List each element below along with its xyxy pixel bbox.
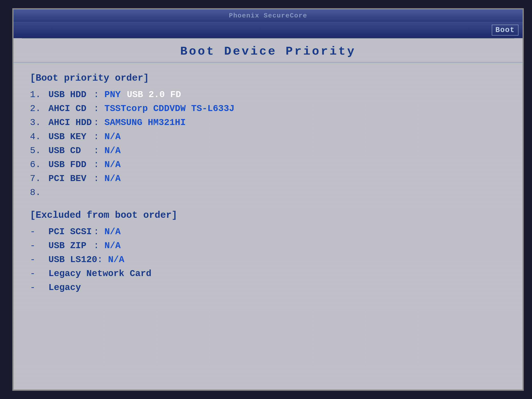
boot-item-extra: USB 2.0 FD	[127, 88, 181, 101]
boot-item-colon: :	[94, 115, 104, 129]
boot-item-type: USB KEY	[48, 130, 94, 144]
boot-item-colon: :	[94, 88, 104, 101]
excluded-item-colon: :	[97, 253, 108, 267]
content-area: [Boot priority order] 1. USB HDD : PNY U…	[13, 63, 523, 305]
bios-title: Phoenix SecureCore	[229, 12, 307, 19]
boot-item-type: USB HDD	[48, 88, 94, 101]
boot-item-num: 6.	[30, 158, 48, 171]
page-title: Boot Device Priority	[13, 45, 523, 58]
excluded-item-type: USB LS120	[48, 253, 97, 267]
boot-item-num: 7.	[30, 171, 48, 185]
boot-item-num: 2.	[30, 101, 48, 115]
boot-item-name: TSSTcorp CDDVDW TS-L633J	[104, 101, 234, 115]
excluded-item-type: USB ZIP	[48, 239, 94, 253]
boot-list-item[interactable]: 3. AHCI HDD : SAMSUNG HM321HI	[30, 115, 506, 129]
content-wrapper: Boot Device Priority [Boot priority orde…	[13, 38, 523, 390]
header-bar: Boot	[13, 22, 523, 38]
excluded-header: [Excluded from boot order]	[30, 210, 506, 221]
excluded-list-item[interactable]: - Legacy Network Card	[30, 267, 506, 281]
boot-item-num: 8.	[30, 185, 48, 200]
boot-item-name: PNY	[104, 88, 121, 101]
boot-list-item[interactable]: 1. USB HDD : PNY USB 2.0 FD	[30, 88, 506, 101]
boot-item-colon: :	[94, 144, 104, 158]
excluded-item-name: N/A	[104, 225, 121, 239]
boot-item-type: USB CD	[48, 144, 94, 158]
excluded-list: - PCI SCSI : N/A - USB ZIP : N/A - USB L…	[30, 225, 506, 295]
boot-list-item[interactable]: 4. USB KEY : N/A	[30, 130, 506, 144]
excluded-item-type: PCI SCSI	[48, 225, 94, 239]
excluded-list-item[interactable]: - Legacy	[30, 281, 506, 295]
excluded-item-type: Legacy Network Card	[48, 267, 152, 281]
boot-list-item[interactable]: 2. AHCI CD : TSSTcorp CDDVDW TS-L633J	[30, 101, 506, 115]
boot-item-type: PCI BEV	[48, 171, 94, 185]
boot-list-item[interactable]: 6. USB FDD : N/A	[30, 158, 506, 171]
top-bar: Phoenix SecureCore	[13, 9, 523, 22]
boot-item-type: AHCI CD	[48, 101, 94, 115]
boot-item-colon: :	[94, 158, 104, 171]
excluded-item-name: N/A	[108, 253, 124, 267]
excluded-item-colon: :	[94, 239, 104, 253]
boot-order-list: 1. USB HDD : PNY USB 2.0 FD 2. AHCI CD :…	[30, 88, 506, 200]
excluded-item-dash: -	[30, 253, 48, 267]
boot-item-name: N/A	[104, 130, 121, 144]
excluded-item-dash: -	[30, 239, 48, 253]
excluded-list-item[interactable]: - USB LS120 : N/A	[30, 253, 506, 267]
boot-tab-label[interactable]: Boot	[492, 25, 519, 36]
boot-item-colon: :	[94, 101, 104, 115]
boot-item-num: 4.	[30, 130, 48, 144]
excluded-list-item[interactable]: - PCI SCSI : N/A	[30, 225, 506, 239]
boot-order-header: [Boot priority order]	[30, 73, 506, 83]
excluded-item-colon: :	[94, 225, 104, 239]
excluded-item-dash: -	[30, 281, 48, 295]
boot-item-type: USB FDD	[48, 158, 94, 171]
boot-item-name: N/A	[104, 158, 121, 171]
excluded-item-type: Legacy	[48, 281, 94, 295]
boot-list-item[interactable]: 5. USB CD : N/A	[30, 144, 506, 158]
boot-item-num: 5.	[30, 144, 48, 158]
excluded-item-dash: -	[30, 267, 48, 281]
title-section: Boot Device Priority	[13, 38, 523, 63]
boot-item-colon: :	[94, 130, 104, 144]
boot-list-item[interactable]: 7. PCI BEV : N/A	[30, 171, 506, 185]
boot-item-name: SAMSUNG HM321HI	[104, 115, 186, 129]
boot-item-type: AHCI HDD	[48, 115, 94, 129]
boot-item-name: N/A	[104, 171, 121, 185]
boot-item-num: 1.	[30, 88, 48, 101]
excluded-section: [Excluded from boot order] - PCI SCSI : …	[30, 210, 506, 295]
boot-list-item[interactable]: 8.	[30, 185, 506, 200]
boot-item-num: 3.	[30, 115, 48, 129]
excluded-item-name: N/A	[104, 239, 121, 253]
boot-item-colon: :	[94, 171, 104, 185]
boot-item-name: N/A	[104, 144, 121, 158]
excluded-item-dash: -	[30, 225, 48, 239]
excluded-list-item[interactable]: - USB ZIP : N/A	[30, 239, 506, 253]
bios-screen: Phoenix SecureCore Boot Boot Device Prio…	[12, 8, 524, 391]
